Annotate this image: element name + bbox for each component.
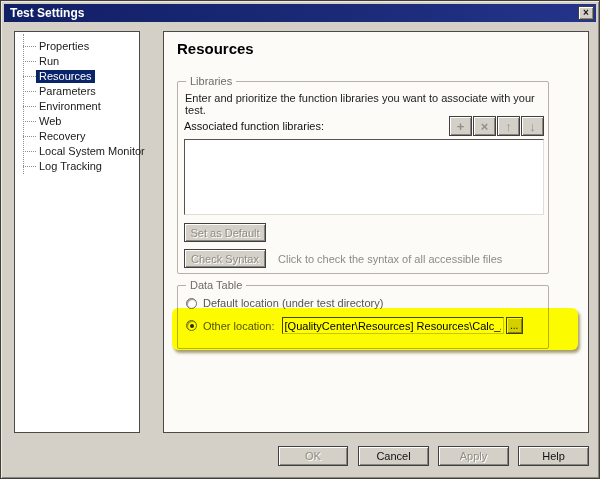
test-settings-dialog: Test Settings × Properties Run Resources… <box>0 0 600 479</box>
libraries-description: Enter and prioritize the function librar… <box>185 92 542 116</box>
tree-guide-stub <box>23 166 36 167</box>
remove-library-icon[interactable]: × <box>473 116 496 136</box>
sidebar-item-parameters[interactable]: Parameters <box>15 84 139 99</box>
libraries-group: Libraries Enter and prioritize the funct… <box>177 81 549 274</box>
ok-button[interactable]: OK <box>278 446 348 466</box>
data-table-group: Data Table Default location (under test … <box>177 285 549 349</box>
settings-tree: Properties Run Resources Parameters Envi… <box>14 31 140 433</box>
set-as-default-button[interactable]: Set as Default <box>184 223 266 242</box>
associated-libraries-label: Associated function libraries: <box>184 120 449 132</box>
check-syntax-button[interactable]: Check Syntax <box>184 249 266 268</box>
help-button[interactable]: Help <box>518 446 589 466</box>
libraries-toolbar: + × ↑ ↓ <box>449 116 544 136</box>
tree-guide-stub <box>23 151 36 152</box>
window-title: Test Settings <box>10 6 84 20</box>
associated-libraries-list[interactable] <box>184 139 544 215</box>
default-location-option[interactable]: Default location (under test directory) <box>186 297 383 309</box>
tree-guide-stub <box>23 76 36 77</box>
other-location-input[interactable] <box>282 317 504 334</box>
other-location-option[interactable]: Other location: ... <box>186 317 523 334</box>
titlebar: Test Settings × <box>4 4 596 22</box>
apply-button[interactable]: Apply <box>438 446 509 466</box>
move-down-icon[interactable]: ↓ <box>521 116 544 136</box>
tree-guide-stub <box>23 46 36 47</box>
tree-guide-stub <box>23 91 36 92</box>
tree-guide-stub <box>23 136 36 137</box>
sidebar-item-run[interactable]: Run <box>15 54 139 69</box>
page-title: Resources <box>177 40 254 57</box>
tree-list: Properties Run Resources Parameters Envi… <box>15 39 139 174</box>
sidebar-item-properties[interactable]: Properties <box>15 39 139 54</box>
sidebar-item-recovery[interactable]: Recovery <box>15 129 139 144</box>
sidebar-item-web[interactable]: Web <box>15 114 139 129</box>
tree-guide-stub <box>23 106 36 107</box>
associated-libraries-header: Associated function libraries: + × ↑ ↓ <box>184 115 544 137</box>
move-up-icon[interactable]: ↑ <box>497 116 520 136</box>
tree-guide-stub <box>23 61 36 62</box>
radio-selected-icon[interactable] <box>186 320 197 331</box>
sidebar-item-local-system-monitor[interactable]: Local System Monitor <box>15 144 139 159</box>
radio-unselected-icon[interactable] <box>186 298 197 309</box>
radio-dot <box>190 324 194 328</box>
sidebar-item-resources[interactable]: Resources <box>15 69 139 84</box>
add-library-icon[interactable]: + <box>449 116 472 136</box>
browse-button[interactable]: ... <box>506 317 523 334</box>
data-table-group-legend: Data Table <box>186 279 246 291</box>
sidebar-item-environment[interactable]: Environment <box>15 99 139 114</box>
sidebar-item-log-tracking[interactable]: Log Tracking <box>15 159 139 174</box>
check-syntax-hint: Click to check the syntax of all accessi… <box>278 253 502 265</box>
close-icon[interactable]: × <box>578 6 594 20</box>
resources-page: Resources Libraries Enter and prioritize… <box>163 31 589 433</box>
tree-guide-stub <box>23 121 36 122</box>
cancel-button[interactable]: Cancel <box>358 446 429 466</box>
libraries-group-legend: Libraries <box>186 75 236 87</box>
